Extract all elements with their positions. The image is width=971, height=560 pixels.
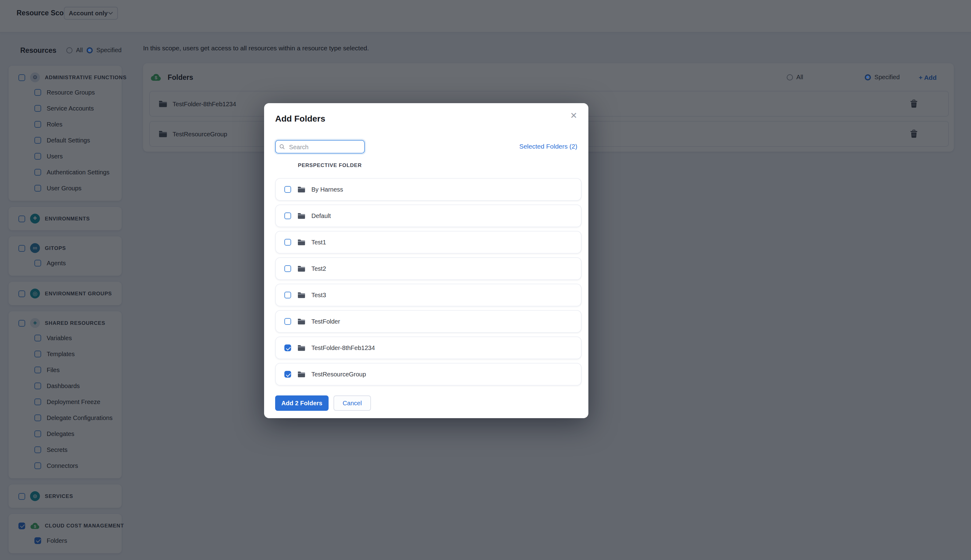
row-checkbox[interactable] <box>284 371 291 378</box>
folder-icon <box>297 345 305 351</box>
folder-icon <box>297 292 305 298</box>
row-checkbox[interactable] <box>284 186 291 193</box>
row-checkbox[interactable] <box>284 345 291 351</box>
list-item[interactable]: TestResourceGroup <box>275 363 582 386</box>
folder-name: TestFolder-8thFeb1234 <box>311 345 375 351</box>
folder-name: By Harness <box>311 186 343 193</box>
column-header-perspective-folder: PERSPECTIVE FOLDER <box>298 162 362 168</box>
list-item[interactable]: TestFolder <box>275 310 582 333</box>
row-checkbox[interactable] <box>284 318 291 325</box>
folder-icon <box>297 186 305 193</box>
folder-name: TestFolder <box>311 318 340 325</box>
add-folders-button[interactable]: Add 2 Folders <box>275 395 329 411</box>
folder-name: Test1 <box>311 239 326 246</box>
list-item[interactable]: Test2 <box>275 257 582 280</box>
add-folders-modal: Add Folders ✕ Selected Folders (2) PERSP… <box>264 103 588 418</box>
modal-title: Add Folders <box>275 113 325 123</box>
list-item[interactable]: TestFolder-8thFeb1234 <box>275 337 582 359</box>
row-checkbox[interactable] <box>284 239 291 246</box>
row-checkbox[interactable] <box>284 212 291 219</box>
close-icon[interactable]: ✕ <box>568 109 580 122</box>
folder-name: Default <box>311 212 331 219</box>
list-item[interactable]: Default <box>275 205 582 227</box>
folder-name: TestResourceGroup <box>311 371 366 378</box>
row-checkbox[interactable] <box>284 265 291 272</box>
list-item[interactable]: Test3 <box>275 284 582 307</box>
list-item[interactable]: Test1 <box>275 231 582 253</box>
folder-name: Test3 <box>311 292 326 298</box>
app-window: Resource Scope Account only Resources Al… <box>0 0 971 560</box>
row-checkbox[interactable] <box>284 292 291 298</box>
folder-icon <box>297 265 305 272</box>
search-box <box>275 140 365 153</box>
search-input[interactable] <box>288 143 360 151</box>
search-icon <box>279 144 285 150</box>
folder-icon <box>297 212 305 219</box>
cancel-button[interactable]: Cancel <box>334 395 371 411</box>
folder-name: Test2 <box>311 265 326 272</box>
folder-list: By Harness Default Test1 Test2 Test3 <box>275 178 582 389</box>
folder-icon <box>297 371 305 378</box>
selected-folders-link[interactable]: Selected Folders (2) <box>519 142 577 150</box>
folder-icon <box>297 318 305 325</box>
folder-icon <box>297 239 305 246</box>
list-item[interactable]: By Harness <box>275 178 582 201</box>
